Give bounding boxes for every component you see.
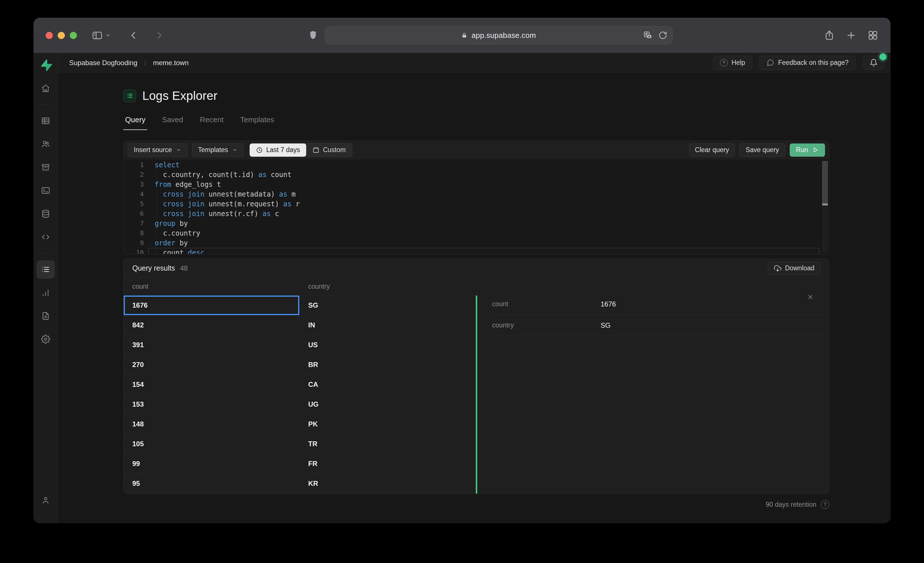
code-line: 2 c.country, count(t.id) as count	[124, 170, 829, 180]
feedback-button[interactable]: Feedback on this page?	[759, 56, 856, 70]
date-range-segmented-control: Last 7 days Custom	[249, 143, 352, 157]
cell-count[interactable]: 148	[124, 414, 299, 434]
sidebar-item-auth[interactable]	[36, 135, 55, 153]
settings-icon	[41, 335, 50, 344]
help-button[interactable]: ? Help	[713, 56, 752, 70]
close-detail-button[interactable]	[806, 292, 815, 302]
cell-count[interactable]: 270	[124, 355, 299, 375]
clear-query-button[interactable]: Clear query	[689, 144, 735, 157]
cell-country[interactable]: IN	[299, 315, 476, 335]
code-text: cross join unnest(m.request) as r	[148, 199, 819, 209]
sidebar-item-home[interactable]	[36, 79, 55, 98]
column-header-country[interactable]: country	[299, 278, 476, 296]
cell-count[interactable]: 391	[124, 335, 299, 355]
results-table: countcountry 1676SG842IN391US270BR154CA1…	[124, 278, 476, 494]
line-number: 7	[124, 219, 148, 228]
sql-editor[interactable]: 1select2 c.country, count(t.id) as count…	[124, 159, 829, 254]
url-bar[interactable]: app.supabase.com	[325, 26, 673, 45]
cell-count[interactable]: 1676	[124, 296, 299, 315]
cell-country[interactable]: PK	[299, 414, 476, 434]
window-minimize-button[interactable]	[58, 32, 65, 39]
column-header-count[interactable]: count	[124, 278, 299, 296]
privacy-shield-icon[interactable]	[309, 30, 317, 40]
cell-count[interactable]: 95	[124, 474, 299, 494]
cell-country[interactable]: KR	[299, 474, 476, 494]
cell-country[interactable]: US	[299, 335, 476, 355]
new-tab-icon[interactable]	[846, 30, 856, 41]
close-icon	[807, 294, 814, 300]
cell-country[interactable]: SG	[299, 296, 476, 315]
share-icon[interactable]	[824, 30, 835, 41]
cell-count[interactable]: 154	[124, 375, 299, 395]
tab-overview-icon[interactable]	[867, 30, 878, 41]
editor-scrollbar[interactable]	[822, 161, 828, 252]
translate-icon[interactable]	[643, 31, 652, 40]
cell-count[interactable]: 105	[124, 434, 299, 454]
tab-templates[interactable]: Templates	[238, 113, 276, 130]
database-icon	[41, 209, 50, 218]
home-icon	[41, 84, 50, 93]
page-head: Logs Explorer	[123, 89, 829, 103]
sidebar-menu-chevron-icon[interactable]	[105, 32, 111, 38]
sidebar-item-settings[interactable]	[36, 330, 55, 348]
sidebar-nav	[34, 79, 57, 353]
sidebar-item-account[interactable]	[36, 491, 55, 509]
line-number: 9	[124, 238, 148, 248]
run-query-button[interactable]: Run	[790, 144, 825, 157]
sidebar-toggle-icon[interactable]	[92, 30, 103, 41]
window-controls	[46, 32, 77, 39]
notifications-button[interactable]	[863, 56, 884, 70]
logs-icon	[41, 265, 50, 274]
reload-icon[interactable]	[658, 31, 667, 40]
bell-icon	[870, 59, 878, 67]
window-close-button[interactable]	[46, 32, 53, 39]
sidebar-item-sql-editor[interactable]	[36, 182, 55, 200]
insert-source-dropdown[interactable]: Insert source	[128, 144, 188, 157]
code-text: order by	[148, 238, 819, 248]
window-zoom-button[interactable]	[70, 32, 77, 39]
cell-country[interactable]: TR	[299, 434, 476, 454]
sidebar-divider	[39, 104, 52, 105]
back-button-icon[interactable]	[129, 30, 138, 40]
line-number: 6	[124, 209, 148, 219]
tab-recent[interactable]: Recent	[198, 113, 225, 130]
download-button[interactable]: Download	[768, 262, 820, 275]
forward-button-icon[interactable]	[154, 30, 164, 40]
browser-window: app.supabase.com	[34, 18, 890, 523]
tab-query[interactable]: Query	[123, 113, 147, 130]
sidebar-item-docs[interactable]	[36, 307, 55, 325]
lock-icon	[461, 32, 468, 39]
calendar-icon	[312, 147, 320, 153]
cell-country[interactable]: BR	[299, 355, 476, 375]
sidebar-divider	[39, 253, 52, 254]
cell-country[interactable]: CA	[299, 375, 476, 395]
cell-count[interactable]: 842	[124, 315, 299, 335]
code-line: 4 cross join unnest(metadata) as m	[124, 189, 829, 199]
sidebar-item-table-editor[interactable]	[36, 112, 55, 130]
save-query-button[interactable]: Save query	[740, 144, 785, 157]
sidebar-item-database[interactable]	[36, 204, 55, 223]
line-number: 5	[124, 199, 148, 209]
supabase-logo-icon[interactable]	[39, 59, 52, 71]
sidebar-item-reports[interactable]	[36, 284, 55, 302]
cell-country[interactable]: UG	[299, 395, 476, 414]
question-circle-icon[interactable]: ?	[821, 500, 829, 509]
breadcrumb-org[interactable]: Supabase Dogfooding	[69, 59, 138, 67]
line-number: 2	[124, 170, 148, 180]
code-line: 10 count desc	[124, 248, 829, 254]
sidebar-item-storage[interactable]	[36, 158, 55, 176]
sidebar-item-api[interactable]	[36, 228, 55, 246]
tab-saved[interactable]: Saved	[160, 113, 185, 130]
cell-count[interactable]: 153	[124, 395, 299, 414]
sidebar-item-logs[interactable]	[36, 260, 55, 279]
tab-bar: QuerySavedRecentTemplates	[123, 113, 829, 130]
breadcrumb-project[interactable]: meme.town	[153, 59, 189, 67]
scrollbar-thumb[interactable]	[822, 161, 828, 203]
cell-country[interactable]: FR	[299, 454, 476, 474]
page-title: Logs Explorer	[142, 89, 218, 103]
cell-count[interactable]: 99	[124, 454, 299, 474]
range-last-7-days-button[interactable]: Last 7 days	[250, 144, 306, 157]
code-line: 7group by	[124, 219, 829, 228]
range-custom-button[interactable]: Custom	[306, 144, 352, 157]
templates-dropdown[interactable]: Templates	[192, 144, 244, 157]
